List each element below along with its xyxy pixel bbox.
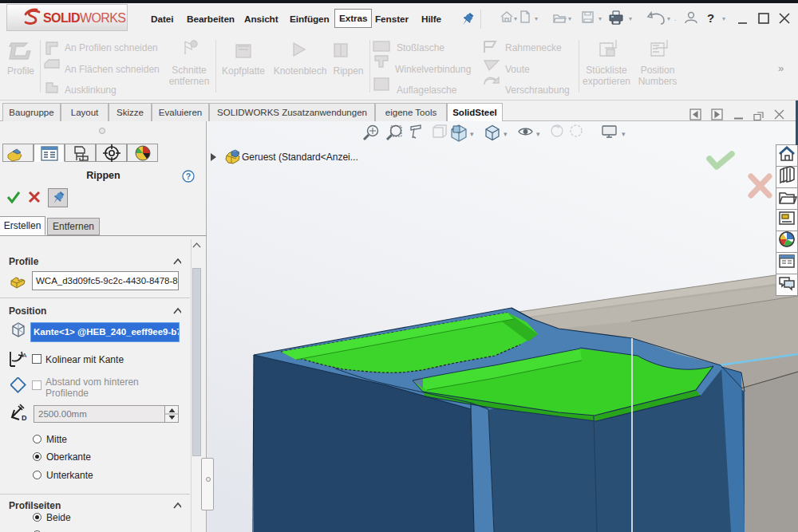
svg-text:▾: ▾ [535,15,538,22]
svg-text:▾: ▾ [568,15,571,22]
svg-text:A: A [22,352,27,359]
svg-text:SOLIDWORKS: SOLIDWORKS [43,11,125,25]
svg-text:▾: ▾ [722,15,725,22]
svg-text:▾: ▾ [504,130,508,138]
svg-text:▾: ▾ [536,130,540,138]
svg-text:?: ? [707,11,714,25]
svg-text:▾: ▾ [622,130,626,138]
svg-text:▾: ▾ [667,15,670,22]
svg-text:.: . [674,14,677,22]
svg-text:▾: ▾ [470,130,474,138]
svg-text:D: D [22,414,27,422]
svg-text:▾: ▾ [629,15,632,22]
svg-text:?: ? [186,171,191,181]
svg-text:▾: ▾ [514,15,517,22]
svg-text:▾: ▾ [598,15,602,22]
